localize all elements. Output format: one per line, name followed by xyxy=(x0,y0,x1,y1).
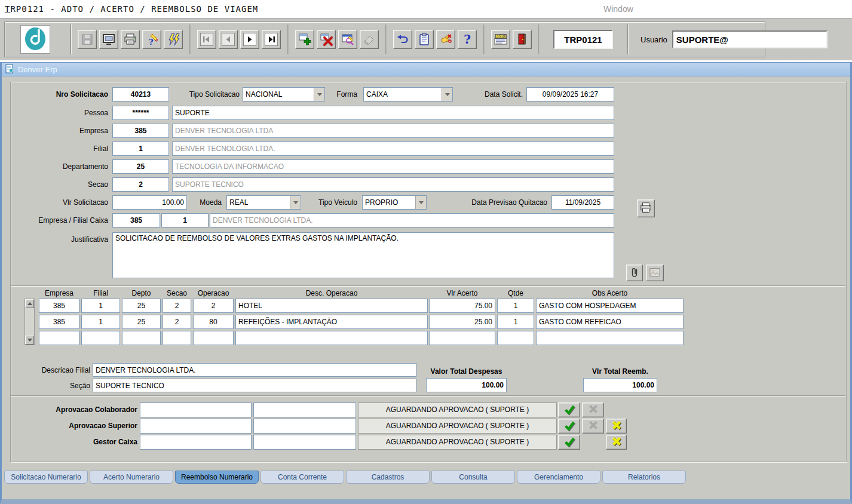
tab-gerenciamento[interactable]: Gerenciamento xyxy=(517,471,600,484)
clipboard-button[interactable] xyxy=(415,30,434,49)
first-record-button[interactable] xyxy=(197,30,216,49)
grid-cell[interactable]: 25 xyxy=(122,299,161,313)
cancel-button[interactable] xyxy=(606,435,627,450)
chevron-down-icon[interactable] xyxy=(442,88,452,101)
grid-cell[interactable]: GASTO COM HOSPEDAGEM xyxy=(536,299,684,313)
cancel-button[interactable] xyxy=(606,419,627,434)
vlr-solicitacao-field[interactable]: 100.00 xyxy=(112,195,187,210)
grid-cell[interactable]: 2 xyxy=(193,299,234,313)
grid-cell[interactable] xyxy=(429,331,495,345)
grid-cell[interactable] xyxy=(497,331,534,345)
denver-logo-button[interactable] xyxy=(20,25,50,54)
approval-date-field[interactable] xyxy=(140,402,252,417)
moeda-combo[interactable]: REAL xyxy=(226,195,301,210)
caixa-filial-field[interactable]: 1 xyxy=(161,213,209,228)
approval-user-field[interactable] xyxy=(253,402,356,417)
approve-button[interactable] xyxy=(558,435,580,450)
approval-user-field[interactable] xyxy=(253,419,356,434)
print-button[interactable] xyxy=(121,30,140,49)
filial-code-field[interactable]: 1 xyxy=(112,142,169,156)
next-record-button[interactable] xyxy=(240,30,259,49)
grid-cell[interactable] xyxy=(536,331,684,345)
undo-button[interactable] xyxy=(393,30,412,49)
departamento-code-field[interactable]: 25 xyxy=(112,159,169,174)
clear-record-button[interactable] xyxy=(360,30,379,49)
forma-combo[interactable]: CAIXA xyxy=(363,87,453,102)
grid-cell[interactable]: GASTO COM REFEICAO xyxy=(536,315,684,329)
empresa-code-field[interactable]: 385 xyxy=(112,124,169,138)
secao-footer-field[interactable]: SUPORTE TECNICO xyxy=(93,379,416,392)
attach-button[interactable] xyxy=(626,265,643,281)
grid-cell[interactable]: 385 xyxy=(39,315,79,329)
save-button[interactable] xyxy=(78,30,97,49)
print-request-button[interactable] xyxy=(637,199,655,217)
menu-window[interactable]: Window xyxy=(603,4,633,14)
tipo-veiculo-combo[interactable]: PROPRIO xyxy=(362,195,427,210)
secao-code-field[interactable]: 2 xyxy=(112,177,169,192)
shortcut-keys-button[interactable] xyxy=(436,30,455,49)
help-button[interactable]: ? xyxy=(458,30,477,49)
tab-relatorios[interactable]: Relatorios xyxy=(602,471,686,484)
grid-cell[interactable]: HOTEL xyxy=(235,299,428,313)
usuario-input[interactable] xyxy=(672,30,828,48)
edit-record-button[interactable] xyxy=(338,30,357,49)
grid-cell[interactable] xyxy=(39,331,79,345)
grid-cell[interactable]: 2 xyxy=(163,315,191,329)
reject-button[interactable] xyxy=(582,419,604,434)
scroll-down-button[interactable] xyxy=(25,336,34,345)
pessoa-desc-field[interactable]: SUPORTE xyxy=(172,106,614,120)
secao-footer-label: Seção xyxy=(5,379,90,393)
chevron-down-icon[interactable] xyxy=(290,196,301,209)
grid-cell[interactable] xyxy=(163,331,191,345)
scroll-up-button[interactable] xyxy=(25,299,34,308)
approve-button[interactable] xyxy=(558,419,580,434)
toolbar-separator xyxy=(627,24,628,54)
approve-button[interactable] xyxy=(558,402,580,417)
grid-cell[interactable]: 25 xyxy=(122,315,161,329)
previous-record-button[interactable] xyxy=(219,30,238,49)
insert-record-button[interactable] xyxy=(295,30,314,49)
grid-cell[interactable] xyxy=(193,331,234,345)
image-button[interactable] xyxy=(646,265,664,281)
last-record-button[interactable] xyxy=(262,30,281,49)
approval-date-field[interactable] xyxy=(140,435,252,450)
exit-button[interactable] xyxy=(513,30,532,49)
grid-cell[interactable]: 80 xyxy=(193,315,234,329)
grid-cell[interactable]: 1 xyxy=(497,299,534,313)
grid-cell[interactable]: 75.00 xyxy=(429,299,495,313)
tab-solicitacao-numerario[interactable]: Solicitacao Numerario xyxy=(4,471,88,484)
descricao-filial-field[interactable]: DENVER TECNOLOGIA LTDA. xyxy=(93,363,416,377)
chevron-down-icon[interactable] xyxy=(415,196,426,209)
execute-query-button[interactable] xyxy=(164,30,183,49)
display-button[interactable] xyxy=(99,30,118,49)
reject-button[interactable] xyxy=(582,402,604,417)
grid-cell[interactable]: 25.00 xyxy=(429,315,495,329)
caixa-empresa-field[interactable]: 385 xyxy=(112,213,160,228)
chevron-down-icon[interactable] xyxy=(314,88,324,101)
tab-cadastros[interactable]: Cadastros xyxy=(346,471,430,484)
justificativa-textarea[interactable]: SOLICITACAO DE REEMBOLSO DE VALORES EXTR… xyxy=(112,232,614,278)
approval-user-field[interactable] xyxy=(253,435,356,450)
grid-cell[interactable]: 1 xyxy=(497,315,534,329)
menu-button[interactable]: Menu xyxy=(491,30,510,49)
tab-consulta[interactable]: Consulta xyxy=(431,471,515,484)
tab-reembolso-numerario[interactable]: Reembolso Numerario xyxy=(175,471,259,484)
approval-date-field[interactable] xyxy=(140,419,252,434)
grid-cell[interactable]: 385 xyxy=(39,299,79,313)
grid-cell[interactable] xyxy=(81,331,120,345)
grid-cell[interactable]: REFEIÇÕES - IMPLANTAÇÃO xyxy=(235,315,428,329)
grid-scrollbar[interactable] xyxy=(24,299,35,345)
grid-cell[interactable]: 1 xyxy=(81,315,120,329)
delete-record-button[interactable] xyxy=(317,30,336,49)
data-solicit-field[interactable]: 09/09/2025 16:27 xyxy=(526,87,614,102)
data-previsao-quitacao-field[interactable]: 11/09/2025 xyxy=(551,195,614,210)
tipo-solicitacao-combo[interactable]: NACIONAL xyxy=(243,87,325,102)
tab-acerto-numerario[interactable]: Acerto Numerario xyxy=(90,471,173,484)
enter-query-button[interactable]: ? xyxy=(142,30,161,49)
grid-cell[interactable] xyxy=(122,331,161,345)
grid-cell[interactable]: 2 xyxy=(163,299,191,313)
grid-cell[interactable]: 1 xyxy=(81,299,120,313)
grid-cell[interactable] xyxy=(235,331,428,345)
tab-conta-corrente[interactable]: Conta Corrente xyxy=(260,471,344,484)
pessoa-code-field[interactable]: ****** xyxy=(112,106,169,120)
